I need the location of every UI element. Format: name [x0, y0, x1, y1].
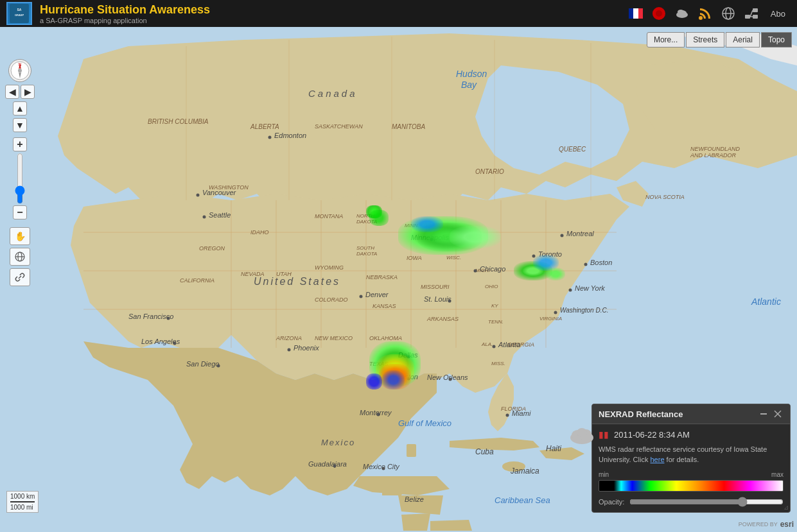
cloud-icon [569, 424, 595, 449]
svg-point-10 [678, 10, 684, 13]
color-bar-min-label: min [599, 471, 609, 478]
panel-resize-handle[interactable]: ⊿ [784, 504, 789, 511]
minneapolis-dot [430, 238, 434, 241]
play-pause-button[interactable]: ▮▮ [599, 429, 609, 440]
svg-point-11 [699, 16, 703, 20]
phoenix-dot [288, 348, 291, 352]
opacity-label: Opacity: [599, 498, 624, 506]
nexrad-minimize-button[interactable] [758, 408, 769, 420]
app-subtitle: a SA-GRASP mapping application [40, 17, 627, 24]
compass[interactable]: N [8, 59, 31, 82]
monterrey-dot [377, 413, 380, 416]
mexicocity-dot [382, 467, 385, 470]
nexrad-body: ▮▮ 2011-06-22 8:34 AM WMS radar reflecta… [592, 424, 790, 512]
stlouis-dot [448, 300, 451, 303]
svg-rect-5 [638, 8, 643, 19]
zoom-in-button[interactable]: + [13, 137, 27, 151]
globe-tool-button[interactable] [10, 248, 30, 266]
svg-rect-40 [407, 444, 416, 457]
color-bar [599, 480, 784, 492]
color-bar-labels: min max [599, 471, 784, 478]
nexrad-close-button[interactable] [772, 408, 784, 420]
svg-rect-17 [753, 15, 758, 19]
nexrad-timestamp: 2011-06-22 8:34 AM [614, 430, 690, 440]
esri-logo: esri [780, 520, 794, 529]
svg-point-52 [577, 428, 587, 437]
map-type-controls: More... Streets Aerial Topo [647, 32, 792, 47]
toronto-dot [532, 255, 536, 258]
color-bar-container: min max [599, 471, 784, 492]
streets-button[interactable]: Streets [686, 32, 724, 47]
header-icons: Abo [627, 4, 791, 22]
powered-by-label: POWERED BY [739, 521, 778, 528]
tool-buttons: ✋ [10, 227, 30, 286]
svg-point-7 [656, 10, 662, 17]
scale-km: 1000 km [10, 493, 35, 500]
nexrad-description: WMS radar reflectance service courtesy o… [599, 445, 784, 465]
svg-rect-4 [633, 8, 638, 19]
svg-point-45 [18, 69, 22, 73]
montreal-dot [561, 234, 564, 237]
app-logo: SA GRASP [6, 2, 32, 25]
svg-line-19 [750, 10, 753, 17]
miami-dot [506, 414, 509, 417]
pan-down-button[interactable]: ▼ [13, 118, 27, 132]
opacity-row: Opacity: [599, 497, 784, 507]
chicago-dot [474, 270, 477, 273]
nexrad-header-buttons [758, 408, 784, 420]
header-title-area: Hurricane Situation Awareness a SA-GRASP… [40, 3, 627, 24]
app-title: Hurricane Situation Awareness [40, 3, 627, 17]
nexrad-link[interactable]: here [650, 456, 664, 463]
scale-mi: 1000 mi [10, 504, 35, 511]
share-icon[interactable] [742, 4, 760, 22]
esri-watermark: POWERED BY esri [739, 520, 794, 529]
record-icon[interactable] [650, 4, 668, 22]
edmonton-dot [268, 136, 272, 139]
dc-dot [554, 311, 557, 314]
svg-rect-3 [629, 8, 633, 19]
map-container[interactable]: Hudson Bay Canada United States Mexico G… [0, 27, 797, 532]
denver-dot [360, 295, 363, 298]
pan-left-button[interactable]: ◀ [5, 85, 19, 99]
guadalajara-dot [333, 465, 337, 468]
svg-point-39 [502, 461, 525, 472]
more-button[interactable]: More... [647, 32, 685, 47]
nexrad-title: NEXRAD Reflectance [599, 409, 683, 419]
nexrad-panel: NEXRAD Reflectance ▮▮ 2011-06-22 8:34 AM… [591, 404, 791, 513]
svg-text:GRASP: GRASP [15, 13, 24, 17]
map-navigation-controls: N ◀ ▶ ▲ ▼ + − ✋ [5, 59, 35, 286]
vancouver-dot [197, 194, 200, 197]
boston-dot [584, 263, 588, 266]
zoom-slider[interactable] [15, 153, 25, 204]
link-tool-button[interactable] [10, 268, 30, 286]
pan-up-button[interactable]: ▲ [13, 101, 27, 116]
dallas-dot [407, 356, 410, 359]
france-flag-icon[interactable] [627, 4, 645, 22]
nav-horizontal: ◀ ▶ [5, 85, 35, 99]
about-button[interactable]: Abo [766, 9, 791, 19]
sandiego-dot [217, 365, 220, 368]
cloud-layers-icon[interactable] [673, 4, 691, 22]
svg-rect-15 [745, 15, 750, 19]
atlanta-dot [493, 345, 496, 348]
opacity-slider[interactable] [629, 497, 784, 507]
pan-right-button[interactable]: ▶ [21, 85, 35, 99]
nexrad-time-row: ▮▮ 2011-06-22 8:34 AM [599, 429, 784, 440]
neworleans-dot [449, 378, 452, 381]
houston-dot [407, 377, 410, 381]
rss-icon[interactable] [696, 4, 714, 22]
topo-button[interactable]: Topo [761, 32, 792, 47]
globe-icon[interactable] [719, 4, 737, 22]
app-header: SA GRASP Hurricane Situation Awareness a… [0, 0, 797, 27]
svg-rect-16 [753, 8, 758, 12]
la-dot [173, 342, 177, 345]
aerial-button[interactable]: Aerial [726, 32, 760, 47]
scale-bar: 1000 km 1000 mi [6, 491, 39, 513]
svg-text:N: N [18, 62, 21, 67]
color-bar-max-label: max [771, 471, 784, 478]
newyork-dot [569, 289, 572, 292]
sf-dot [167, 317, 170, 320]
svg-text:SA: SA [17, 8, 22, 12]
hand-tool-button[interactable]: ✋ [10, 227, 30, 245]
zoom-out-button[interactable]: − [13, 205, 27, 219]
